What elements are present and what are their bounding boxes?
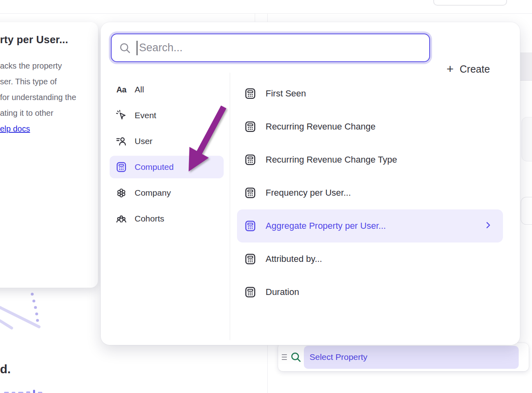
screen: d. Select Property rty per User... acks …: [0, 0, 532, 393]
calculator-icon: [244, 253, 257, 265]
plus-icon: +: [447, 63, 454, 75]
property-row-first-seen[interactable]: First Seen: [237, 77, 503, 110]
property-row-attributed-by[interactable]: Attributed by...: [237, 242, 503, 276]
calculator-icon: [244, 153, 257, 166]
create-button[interactable]: + Create: [447, 61, 490, 77]
calculator-icon: [115, 161, 127, 173]
search-focus-ring: [109, 31, 432, 64]
category-list-divider: [230, 73, 230, 340]
property-list: First Seen Recurring Revenue Change: [237, 77, 503, 309]
property-picker-modal: + Create Aa All: [101, 22, 520, 345]
help-docs-link[interactable]: elp docs: [0, 124, 30, 134]
category-item-cohorts[interactable]: Cohorts: [110, 207, 224, 230]
background-vertical-divider-short: [255, 13, 255, 22]
calculator-icon: [244, 219, 257, 232]
property-row-recurring-revenue-change[interactable]: Recurring Revenue Change: [237, 110, 503, 143]
user-icon: [115, 135, 127, 147]
property-description-tooltip: rty per User... acks the property ser. T…: [0, 22, 98, 288]
text-caret: [137, 41, 137, 55]
company-cluster-icon: [115, 187, 127, 199]
background-horizontal-divider: [0, 13, 532, 14]
tooltip-body: acks the property ser. This type of for …: [0, 58, 88, 121]
category-item-event[interactable]: Event: [110, 104, 224, 127]
tooltip-title: rty per User...: [0, 33, 88, 46]
select-property-row: Select Property: [278, 343, 529, 371]
category-item-user[interactable]: User: [110, 130, 224, 153]
search-icon: [119, 42, 131, 54]
background-card-edge: [521, 197, 532, 225]
category-list: Aa All Event: [110, 78, 224, 230]
property-search-icon[interactable]: [290, 351, 301, 363]
calculator-icon: [244, 186, 257, 199]
empty-chart-illustration: [0, 282, 56, 335]
text-aa-icon: Aa: [115, 84, 127, 96]
chevron-right-icon: [484, 221, 493, 231]
category-item-computed[interactable]: Computed: [110, 156, 224, 178]
calculator-icon: [244, 286, 257, 299]
event-cursor-icon: [115, 109, 127, 121]
select-property-label: Select Property: [310, 352, 368, 362]
partial-background-button[interactable]: [433, 0, 507, 6]
background-panel-fragment: [520, 52, 532, 81]
property-row-recurring-revenue-change-type[interactable]: Recurring Revenue Change Type: [237, 143, 503, 176]
property-row-frequency-per-user[interactable]: Frequency per User...: [237, 176, 503, 209]
property-row-aggregate-property-per-user[interactable]: Aggregate Property per User...: [237, 209, 503, 242]
clipped-link-decoration: [4, 389, 97, 393]
search-field[interactable]: [111, 33, 430, 62]
background-card-edge: [522, 117, 532, 161]
calculator-icon: [244, 120, 257, 133]
category-item-all[interactable]: Aa All: [110, 78, 224, 101]
category-item-company[interactable]: Company: [110, 182, 224, 204]
cohorts-icon: [115, 213, 127, 225]
background-sentence-fragment: d.: [0, 362, 11, 376]
select-property-button[interactable]: Select Property: [304, 346, 519, 369]
search-input[interactable]: [139, 42, 429, 54]
calculator-icon: [244, 87, 257, 100]
drag-handle-icon[interactable]: [281, 343, 288, 371]
property-row-duration[interactable]: Duration: [237, 276, 503, 309]
